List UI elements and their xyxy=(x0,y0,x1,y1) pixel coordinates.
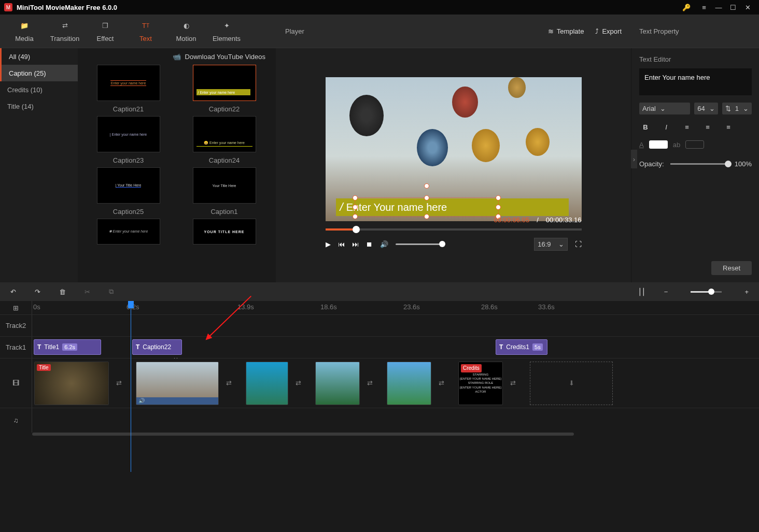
tab-elements[interactable]: ✦Elements xyxy=(206,15,247,48)
next-icon[interactable]: ⏭ xyxy=(352,240,359,248)
tab-motion-label: Motion xyxy=(176,35,196,42)
cut-icon[interactable]: ✂ xyxy=(85,288,90,296)
sidebar-caption-label: Caption (25) xyxy=(9,69,46,77)
text-color-swatch[interactable] xyxy=(649,140,668,149)
playhead[interactable] xyxy=(131,301,131,472)
aspect-select[interactable]: 16:9⌄ xyxy=(534,238,567,251)
text-input[interactable]: Enter Your name here xyxy=(639,68,752,95)
clip-caption22[interactable]: TCaption22 xyxy=(132,339,182,355)
video-clip1[interactable]: Title xyxy=(34,362,109,405)
line-select[interactable]: ⇅1⌄ xyxy=(722,103,752,114)
tab-transition[interactable]: ⇄Transition xyxy=(45,15,85,48)
thumb-caption24[interactable]: 😀 Enter your name here xyxy=(193,116,256,152)
transition-icon[interactable]: ⇄ xyxy=(226,379,238,387)
volume-icon[interactable]: 🔊 xyxy=(380,240,388,248)
track2-body[interactable] xyxy=(32,315,759,336)
download-link[interactable]: Download YouTube Videos xyxy=(185,53,265,61)
ruler-tick: 28.6s xyxy=(481,303,498,311)
clip-title1[interactable]: TTitle16.2s xyxy=(34,339,101,355)
thumb-caption23[interactable]: | Enter your name here xyxy=(97,116,160,152)
opacity-label: Opacity: xyxy=(639,160,664,168)
italic-button[interactable]: I xyxy=(660,121,672,133)
video-clip3[interactable] xyxy=(246,362,288,405)
clip-credits1[interactable]: TCredits15s xyxy=(496,339,547,355)
video-clip4[interactable] xyxy=(315,362,360,405)
fullscreen-icon[interactable]: ⛶ xyxy=(575,240,582,248)
thumb-caption25[interactable]: | Your Title Here xyxy=(97,167,160,204)
highlight-icon: ab xyxy=(673,141,680,149)
crop-icon[interactable]: ⧉ xyxy=(109,287,114,296)
export-button[interactable]: ⤴Export xyxy=(595,27,622,35)
minimize-button[interactable]: — xyxy=(711,0,726,15)
video-track-body[interactable]: Title ⇄ 🔊 ⇄ ⇄ ⇄ ⇄ Credits STARRING [ENTE… xyxy=(32,358,759,408)
template-button[interactable]: ≋Template xyxy=(548,27,584,35)
video-clip5[interactable] xyxy=(387,362,431,405)
thumb-label: Caption23 xyxy=(113,156,144,164)
horizontal-scrollbar[interactable] xyxy=(32,433,574,436)
align-left-button[interactable]: ≡ xyxy=(681,121,693,133)
size-select[interactable]: 64⌄ xyxy=(694,103,718,114)
key-icon[interactable]: 🔑 xyxy=(682,4,691,11)
reset-button[interactable]: Reset xyxy=(711,261,752,275)
timeline-ruler[interactable]: 0s 6.2s 13.9s 18.6s 23.6s 28.6s 33.6s xyxy=(32,301,759,314)
undo-icon[interactable]: ↶ xyxy=(10,288,16,296)
clip-label: Caption22 xyxy=(143,343,171,351)
tab-motion[interactable]: ◐Motion xyxy=(166,15,206,48)
transition-icon[interactable]: ⇄ xyxy=(367,379,380,387)
track1-body[interactable]: TTitle16.2s TCaption22 ↔ TCredits15s xyxy=(32,337,759,358)
motion-icon: ◐ xyxy=(184,20,189,32)
thumb-item[interactable]: ✱ Enter your name here xyxy=(97,219,160,245)
transition-icon[interactable]: ⇄ xyxy=(296,379,308,387)
tab-effect[interactable]: ❐Effect xyxy=(85,15,125,48)
track2-label: Track2 xyxy=(0,315,32,336)
opacity-slider[interactable] xyxy=(670,163,728,165)
credits-line: [ENTER YOUR NAME HERE] xyxy=(460,377,501,381)
caption-overlay[interactable]: / Enter Your name here xyxy=(336,198,569,216)
sidebar-item-all[interactable]: All (49) xyxy=(0,48,78,65)
sidebar-item-title[interactable]: Title (14) xyxy=(0,98,78,114)
transition-icon[interactable]: ⇄ xyxy=(116,379,129,387)
play-icon[interactable]: ▶ xyxy=(326,240,331,248)
add-track-button[interactable]: ⊞ xyxy=(0,301,32,314)
thumb-caption21[interactable]: Enter your name here xyxy=(97,65,160,101)
delete-icon[interactable]: 🗑 xyxy=(59,288,66,296)
video-clip2[interactable]: 🔊 xyxy=(136,362,219,405)
video-clip-credits[interactable]: Credits STARRING [ENTER YOUR NAME HERE] … xyxy=(458,362,503,405)
audio-track-body[interactable] xyxy=(32,408,759,433)
zoom-in-icon[interactable]: + xyxy=(744,288,749,296)
preview-canvas[interactable]: / Enter Your name here xyxy=(326,77,582,221)
redo-icon[interactable]: ↷ xyxy=(35,288,40,296)
font-select[interactable]: Arial⌄ xyxy=(639,103,690,114)
expand-handle[interactable]: › xyxy=(631,150,637,168)
transition-icon[interactable]: ⇄ xyxy=(439,379,451,387)
player-title: Player xyxy=(285,27,304,35)
highlight-swatch[interactable] xyxy=(685,140,704,149)
font-label: Arial xyxy=(642,105,656,112)
time-sep: / xyxy=(537,216,539,224)
tab-text[interactable]: TTText xyxy=(125,15,166,48)
dropzone[interactable]: ⬇ xyxy=(530,362,613,405)
bold-button[interactable]: B xyxy=(639,121,652,133)
snap-icon[interactable]: ⎮⎮ xyxy=(638,288,645,296)
align-center-button[interactable]: ≡ xyxy=(701,121,714,133)
align-right-button[interactable]: ≡ xyxy=(722,121,735,133)
thumb-caption22[interactable]: / Enter your name here xyxy=(193,65,256,101)
folder-icon: 📁 xyxy=(20,20,29,32)
tab-media-label: Media xyxy=(15,35,33,42)
thumb-caption1[interactable]: Your Title Here xyxy=(193,167,256,204)
menu-icon[interactable]: ≡ xyxy=(697,0,711,15)
tab-media[interactable]: 📁Media xyxy=(4,15,45,48)
transition-icon[interactable]: ⇄ xyxy=(510,379,523,387)
prev-icon[interactable]: ⏮ xyxy=(338,240,345,248)
close-button[interactable]: ✕ xyxy=(740,0,755,15)
stop-icon[interactable]: ⏹ xyxy=(366,240,373,248)
volume-slider[interactable] xyxy=(396,243,442,245)
scrubber[interactable] xyxy=(326,228,582,231)
zoom-slider[interactable] xyxy=(691,291,722,293)
zoom-out-icon[interactable]: − xyxy=(664,288,668,296)
text-icon: TT xyxy=(142,20,149,32)
sidebar-item-credits[interactable]: Credits (10) xyxy=(0,81,78,98)
thumb-item[interactable]: YOUR TITLE HERE xyxy=(193,219,256,245)
maximize-button[interactable]: ☐ xyxy=(726,0,740,15)
sidebar-item-caption[interactable]: Caption (25) xyxy=(0,65,78,81)
